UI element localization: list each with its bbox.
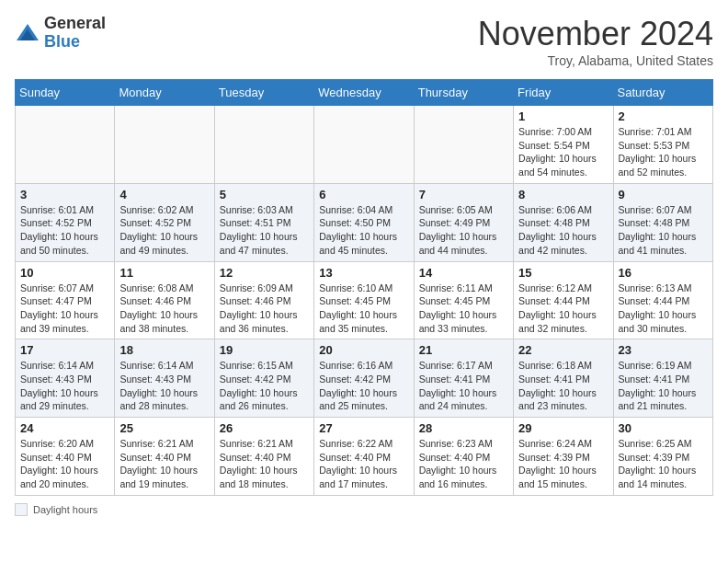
calendar-table: SundayMondayTuesdayWednesdayThursdayFrid… <box>15 79 713 496</box>
day-number: 20 <box>319 343 408 357</box>
day-info: Sunrise: 6:07 AM Sunset: 4:48 PM Dayligh… <box>619 203 708 258</box>
logo-blue: Blue <box>44 32 80 51</box>
day-number: 29 <box>518 421 608 435</box>
day-number: 22 <box>518 343 608 357</box>
calendar-day-cell: 22Sunrise: 6:18 AM Sunset: 4:41 PM Dayli… <box>514 339 613 418</box>
day-info: Sunrise: 6:05 AM Sunset: 4:49 PM Dayligh… <box>419 203 508 258</box>
calendar-day-cell <box>115 106 214 184</box>
day-info: Sunrise: 6:06 AM Sunset: 4:48 PM Dayligh… <box>518 203 608 258</box>
calendar-day-cell <box>414 106 513 184</box>
day-info: Sunrise: 6:11 AM Sunset: 4:45 PM Dayligh… <box>419 282 508 336</box>
calendar-day-cell: 1Sunrise: 7:00 AM Sunset: 5:54 PM Daylig… <box>514 106 613 184</box>
day-number: 24 <box>20 421 109 435</box>
day-number: 9 <box>619 188 708 201</box>
calendar-day-cell: 5Sunrise: 6:03 AM Sunset: 4:51 PM Daylig… <box>214 183 313 261</box>
day-info: Sunrise: 6:21 AM Sunset: 4:40 PM Dayligh… <box>119 437 209 491</box>
day-info: Sunrise: 6:25 AM Sunset: 4:39 PM Dayligh… <box>619 437 708 491</box>
calendar-day-cell: 19Sunrise: 6:15 AM Sunset: 4:42 PM Dayli… <box>214 339 313 418</box>
day-info: Sunrise: 6:18 AM Sunset: 4:41 PM Dayligh… <box>518 359 608 413</box>
calendar-day-cell <box>214 106 313 184</box>
day-info: Sunrise: 6:22 AM Sunset: 4:40 PM Dayligh… <box>319 437 408 491</box>
calendar-day-cell: 23Sunrise: 6:19 AM Sunset: 4:41 PM Dayli… <box>613 339 712 418</box>
day-number: 12 <box>220 266 309 280</box>
column-header-friday: Friday <box>514 80 613 106</box>
day-info: Sunrise: 6:16 AM Sunset: 4:42 PM Dayligh… <box>319 359 408 413</box>
calendar-day-cell: 4Sunrise: 6:02 AM Sunset: 4:52 PM Daylig… <box>115 183 214 261</box>
logo: General Blue <box>15 15 106 52</box>
column-header-monday: Monday <box>115 80 214 106</box>
calendar-day-cell: 12Sunrise: 6:09 AM Sunset: 4:46 PM Dayli… <box>214 261 313 339</box>
calendar-day-cell: 2Sunrise: 7:01 AM Sunset: 5:53 PM Daylig… <box>613 106 712 184</box>
day-number: 16 <box>619 266 708 280</box>
calendar-day-cell <box>16 106 115 184</box>
calendar-header-row: SundayMondayTuesdayWednesdayThursdayFrid… <box>16 80 713 106</box>
calendar-day-cell: 6Sunrise: 6:04 AM Sunset: 4:50 PM Daylig… <box>314 183 414 261</box>
column-header-thursday: Thursday <box>414 80 513 106</box>
calendar-day-cell: 21Sunrise: 6:17 AM Sunset: 4:41 PM Dayli… <box>414 339 513 418</box>
day-info: Sunrise: 6:08 AM Sunset: 4:46 PM Dayligh… <box>119 282 209 336</box>
day-info: Sunrise: 6:23 AM Sunset: 4:40 PM Dayligh… <box>419 437 508 491</box>
calendar-day-cell: 10Sunrise: 6:07 AM Sunset: 4:47 PM Dayli… <box>16 261 115 339</box>
day-number: 1 <box>518 109 608 123</box>
daylight-box-icon <box>15 503 28 516</box>
day-number: 14 <box>419 266 508 280</box>
calendar-day-cell: 15Sunrise: 6:12 AM Sunset: 4:44 PM Dayli… <box>514 261 613 339</box>
day-info: Sunrise: 7:00 AM Sunset: 5:54 PM Dayligh… <box>518 125 608 179</box>
day-number: 11 <box>119 266 209 280</box>
day-number: 3 <box>20 188 109 201</box>
day-number: 10 <box>20 266 109 280</box>
day-number: 21 <box>419 343 508 357</box>
day-number: 2 <box>619 109 708 123</box>
logo-general: General <box>44 14 106 32</box>
daylight-label: Daylight hours <box>33 504 97 515</box>
day-number: 19 <box>220 343 309 357</box>
calendar-day-cell: 17Sunrise: 6:14 AM Sunset: 4:43 PM Dayli… <box>16 339 115 418</box>
day-number: 7 <box>419 188 508 201</box>
calendar-day-cell: 11Sunrise: 6:08 AM Sunset: 4:46 PM Dayli… <box>115 261 214 339</box>
calendar-week-row: 3Sunrise: 6:01 AM Sunset: 4:52 PM Daylig… <box>16 183 713 261</box>
calendar-day-cell: 27Sunrise: 6:22 AM Sunset: 4:40 PM Dayli… <box>314 418 414 496</box>
location: Troy, Alabama, United States <box>478 53 713 68</box>
calendar-week-row: 1Sunrise: 7:00 AM Sunset: 5:54 PM Daylig… <box>16 106 713 184</box>
calendar-day-cell: 18Sunrise: 6:14 AM Sunset: 4:43 PM Dayli… <box>115 339 214 418</box>
calendar-day-cell: 3Sunrise: 6:01 AM Sunset: 4:52 PM Daylig… <box>16 183 115 261</box>
day-info: Sunrise: 6:21 AM Sunset: 4:40 PM Dayligh… <box>220 437 309 491</box>
day-info: Sunrise: 6:01 AM Sunset: 4:52 PM Dayligh… <box>20 203 109 258</box>
day-number: 25 <box>119 421 209 435</box>
footer-note: Daylight hours <box>15 503 713 516</box>
title-block: November 2024 Troy, Alabama, United Stat… <box>478 15 713 68</box>
calendar-day-cell: 20Sunrise: 6:16 AM Sunset: 4:42 PM Dayli… <box>314 339 414 418</box>
column-header-saturday: Saturday <box>613 80 712 106</box>
calendar-day-cell <box>314 106 414 184</box>
logo-text: General Blue <box>44 15 106 52</box>
day-number: 13 <box>319 266 408 280</box>
day-number: 5 <box>220 188 309 201</box>
calendar-week-row: 24Sunrise: 6:20 AM Sunset: 4:40 PM Dayli… <box>16 418 713 496</box>
day-info: Sunrise: 6:14 AM Sunset: 4:43 PM Dayligh… <box>20 359 109 413</box>
day-info: Sunrise: 6:12 AM Sunset: 4:44 PM Dayligh… <box>518 282 608 336</box>
day-info: Sunrise: 6:04 AM Sunset: 4:50 PM Dayligh… <box>319 203 408 258</box>
day-number: 18 <box>119 343 209 357</box>
day-info: Sunrise: 6:03 AM Sunset: 4:51 PM Dayligh… <box>220 203 309 258</box>
calendar-week-row: 10Sunrise: 6:07 AM Sunset: 4:47 PM Dayli… <box>16 261 713 339</box>
calendar-day-cell: 7Sunrise: 6:05 AM Sunset: 4:49 PM Daylig… <box>414 183 513 261</box>
calendar-day-cell: 24Sunrise: 6:20 AM Sunset: 4:40 PM Dayli… <box>16 418 115 496</box>
column-header-tuesday: Tuesday <box>214 80 313 106</box>
calendar-day-cell: 30Sunrise: 6:25 AM Sunset: 4:39 PM Dayli… <box>613 418 712 496</box>
day-info: Sunrise: 7:01 AM Sunset: 5:53 PM Dayligh… <box>619 125 708 179</box>
calendar-day-cell: 25Sunrise: 6:21 AM Sunset: 4:40 PM Dayli… <box>115 418 214 496</box>
day-info: Sunrise: 6:17 AM Sunset: 4:41 PM Dayligh… <box>419 359 508 413</box>
day-number: 8 <box>518 188 608 201</box>
day-number: 26 <box>220 421 309 435</box>
day-number: 28 <box>419 421 508 435</box>
day-number: 30 <box>619 421 708 435</box>
calendar-day-cell: 29Sunrise: 6:24 AM Sunset: 4:39 PM Dayli… <box>514 418 613 496</box>
calendar-day-cell: 16Sunrise: 6:13 AM Sunset: 4:44 PM Dayli… <box>613 261 712 339</box>
day-number: 17 <box>20 343 109 357</box>
calendar-day-cell: 13Sunrise: 6:10 AM Sunset: 4:45 PM Dayli… <box>314 261 414 339</box>
day-info: Sunrise: 6:10 AM Sunset: 4:45 PM Dayligh… <box>319 282 408 336</box>
day-info: Sunrise: 6:07 AM Sunset: 4:47 PM Dayligh… <box>20 282 109 336</box>
day-info: Sunrise: 6:09 AM Sunset: 4:46 PM Dayligh… <box>220 282 309 336</box>
day-number: 6 <box>319 188 408 201</box>
day-number: 27 <box>319 421 408 435</box>
